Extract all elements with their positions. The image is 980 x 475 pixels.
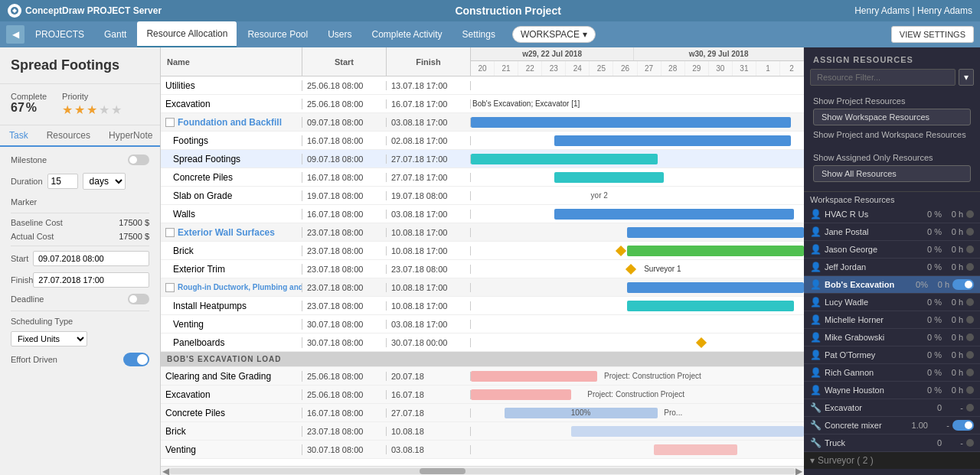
tab-complete-activity[interactable]: Complete Activity (363, 21, 452, 47)
list-item[interactable]: 👤 Jane Postal 0 % 0 h (804, 223, 980, 241)
scheduling-select[interactable]: Fixed Units (11, 331, 87, 346)
show-workspace-resources-btn[interactable]: Show Workspace Resources (813, 109, 971, 125)
row-bar-concrete-piles (471, 168, 804, 186)
gantt-finish-header: Finish (387, 47, 471, 76)
tab-users[interactable]: Users (318, 21, 361, 47)
left-tab-task[interactable]: Task (0, 125, 38, 147)
row-start-brick-load: 23.07.18 08:00 (302, 427, 387, 436)
row-start-footings: 16.07.18 08:00 (302, 136, 387, 145)
resource-dot (966, 298, 974, 306)
row-bar-rough-in (471, 278, 804, 296)
resource-dot (966, 316, 974, 324)
row-name-venting-load: Venting (161, 444, 302, 455)
row-start-excavation: 25.06.18 08:00 (302, 99, 387, 109)
row-start-slab: 19.07.18 08:00 (302, 191, 387, 200)
table-row: Clearing and Site Grading 25.06.18 08:00… (161, 367, 804, 386)
row-start-exterior-wall: 23.07.18 08:00 (302, 228, 387, 237)
row-start-venting-load: 30.07.18 08:00 (302, 445, 387, 454)
day-29: 29 (685, 61, 709, 76)
row-start-excavation-load: 25.06.18 08:00 (302, 390, 387, 399)
tab-gantt[interactable]: Gantt (95, 21, 136, 47)
resource-hrs: 0 h (945, 350, 963, 360)
rough-in-checkbox[interactable] (165, 283, 175, 292)
row-start-concrete-piles-load: 16.07.18 08:00 (302, 408, 387, 418)
resource-name: Mike Grabowski (825, 333, 917, 342)
scroll-left-icon[interactable]: ◀ (162, 466, 169, 476)
gantt-scrollbar[interactable]: ◀ ▶ (161, 466, 804, 475)
back-button[interactable]: ◀ (6, 25, 24, 44)
resource-filter-dropdown[interactable]: ▾ (959, 69, 974, 86)
tab-settings[interactable]: Settings (453, 21, 505, 47)
row-name-excavation-load: Excavation (161, 389, 302, 400)
list-item[interactable]: 👤 HVAC R Us 0 % 0 h (804, 206, 980, 223)
list-item[interactable]: 👤 Wayne Houston 0 % 0 h (804, 382, 980, 399)
list-item[interactable]: 👤 Jason George 0 % 0 h (804, 241, 980, 259)
list-item[interactable]: 👤 Jeff Jordan 0 % 0 h (804, 259, 980, 276)
resource-pct: 0 % (920, 245, 942, 254)
start-input[interactable] (33, 251, 149, 266)
day-20: 20 (471, 61, 495, 76)
row-finish-exterior-wall: 10.08.18 17:00 (387, 228, 471, 237)
finish-label: Finish (11, 275, 33, 285)
list-item[interactable]: 🔧 Truck 0 - (804, 434, 980, 452)
gantt-start-header: Start (302, 47, 387, 76)
tab-resource-pool[interactable]: Resource Pool (238, 21, 317, 47)
resource-toggle-concrete-mixer[interactable] (952, 420, 974, 431)
complete-section: Complete 67 % (11, 92, 47, 117)
show-project-workspace-label: Show Project and Workspace Resources (813, 130, 971, 139)
tab-projects[interactable]: PROJECTS (26, 21, 93, 47)
finish-input[interactable] (33, 272, 149, 288)
scroll-thumb[interactable] (420, 468, 466, 474)
row-name-foundation: Foundation and Backfill (161, 117, 302, 128)
row-bar-clearing: Project: Construction Project (471, 367, 804, 385)
deadline-toggle[interactable] (128, 294, 149, 304)
person-icon: 👤 (810, 332, 822, 343)
resource-name: Excavator (825, 403, 917, 412)
row-start-heatpumps: 23.07.18 08:00 (302, 301, 387, 311)
resource-pct: 0 % (920, 227, 942, 236)
resource-name: Rich Gannon (825, 368, 917, 377)
resource-hrs: - (931, 421, 949, 430)
resource-pct: 0 % (920, 210, 942, 219)
foundation-checkbox[interactable] (165, 118, 175, 127)
scroll-track[interactable] (169, 468, 795, 474)
star-5: ★ (111, 102, 122, 117)
row-finish-slab: 19.07.18 08:00 (387, 191, 471, 200)
scroll-right-icon[interactable]: ▶ (795, 466, 802, 476)
list-item[interactable]: 🔧 Excavator 0 - (804, 399, 980, 417)
person-icon: 👤 (810, 367, 822, 378)
resource-pct: 0 % (920, 262, 942, 272)
row-name-exterior-wall: Exterior Wall Surfaces (161, 227, 302, 238)
exterior-wall-checkbox[interactable] (165, 228, 175, 237)
show-all-resources-btn[interactable]: Show All Resources (813, 165, 971, 182)
effort-toggle[interactable] (123, 353, 149, 366)
row-bar-venting (471, 315, 804, 333)
resource-toggle[interactable] (952, 279, 974, 290)
list-item[interactable]: 👤 Rich Gannon 0 % 0 h (804, 364, 980, 382)
list-item[interactable]: 👤 Bob's Excavation 0% 0 h (804, 276, 980, 294)
milestone-toggle[interactable] (128, 155, 149, 165)
resource-dot (966, 351, 974, 359)
person-icon: 👤 (810, 244, 822, 255)
resource-filter-input[interactable] (810, 69, 956, 86)
row-name-rough-in: Rough-in Ductwork, Plumbing and ... (161, 283, 302, 292)
row-bar-brick-load (471, 422, 804, 440)
list-item[interactable]: 🔧 Concrete mixer 1.00 - (804, 417, 980, 434)
view-settings-button[interactable]: VIEW SETTINGS (891, 26, 974, 43)
left-tab-hypernote[interactable]: HyperNote (100, 125, 161, 145)
list-item[interactable]: 👤 Michelle Horner 0 % 0 h (804, 311, 980, 329)
resource-options: Show Project Resources Show Workspace Re… (804, 92, 980, 192)
row-start-venting: 30.07.18 08:00 (302, 320, 387, 329)
row-bar-concrete-piles-load: 100% Pro... (471, 404, 804, 421)
list-item[interactable]: 👤 Lucy Wadle 0 % 0 h (804, 294, 980, 311)
person-icon: 👤 (810, 350, 822, 360)
row-name-utilities: Utilities (161, 80, 302, 91)
duration-input[interactable] (47, 174, 78, 189)
duration-unit-select[interactable]: days (83, 173, 126, 190)
surveyor-group-header[interactable]: ▾ Surveyor ( 2 ) (804, 452, 980, 469)
tab-resource-allocation[interactable]: Resource Allocation (137, 21, 237, 47)
workspace-button[interactable]: WORKSPACE ▾ (512, 26, 596, 43)
left-tab-resources[interactable]: Resources (38, 125, 100, 145)
list-item[interactable]: 👤 Pat O'Tormey 0 % 0 h (804, 346, 980, 364)
list-item[interactable]: 👤 Mike Grabowski 0 % 0 h (804, 329, 980, 346)
